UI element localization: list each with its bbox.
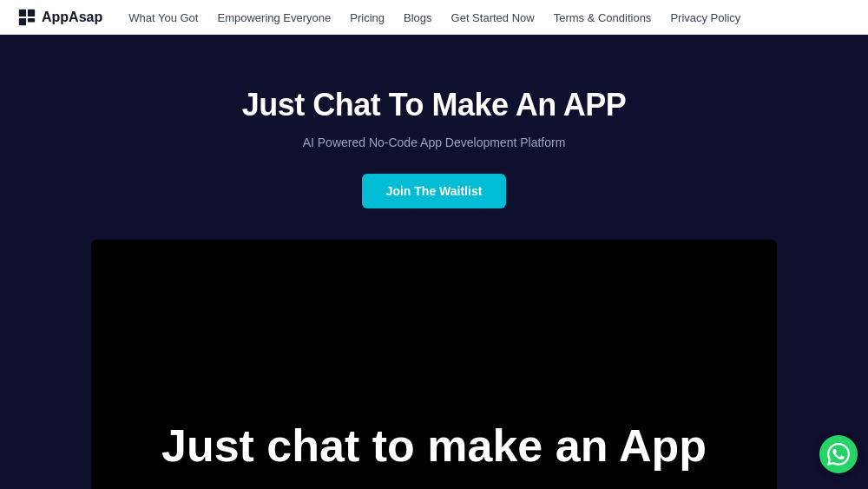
nav-links: What You Got Empowering Everyone Pricing… bbox=[128, 10, 740, 25]
svg-rect-2 bbox=[19, 17, 26, 24]
hero-section: Just Chat To Make An APP AI Powered No-C… bbox=[0, 35, 868, 489]
video-text: Just chat to make an App bbox=[161, 420, 707, 489]
nav-terms[interactable]: Terms & Conditions bbox=[554, 11, 652, 24]
navbar: AppAsap What You Got Empowering Everyone… bbox=[0, 0, 868, 35]
nav-what-you-got[interactable]: What You Got bbox=[128, 11, 198, 24]
hero-subtitle: AI Powered No-Code App Development Platf… bbox=[303, 135, 566, 149]
svg-rect-1 bbox=[28, 9, 35, 16]
hero-title: Just Chat To Make An APP bbox=[242, 87, 627, 123]
whatsapp-icon bbox=[827, 443, 850, 466]
join-waitlist-button[interactable]: Join The Waitlist bbox=[362, 174, 507, 208]
logo-link[interactable]: AppAsap bbox=[17, 8, 102, 27]
logo-icon bbox=[17, 8, 36, 27]
logo-text: AppAsap bbox=[42, 10, 102, 25]
nav-blogs[interactable]: Blogs bbox=[404, 11, 432, 24]
nav-get-started[interactable]: Get Started Now bbox=[451, 11, 535, 24]
hero-video[interactable]: Just chat to make an App bbox=[91, 240, 777, 489]
svg-rect-3 bbox=[28, 17, 35, 22]
nav-privacy[interactable]: Privacy Policy bbox=[670, 11, 740, 24]
svg-rect-0 bbox=[19, 9, 26, 16]
nav-pricing[interactable]: Pricing bbox=[350, 11, 385, 24]
nav-empowering[interactable]: Empowering Everyone bbox=[217, 11, 331, 24]
whatsapp-fab[interactable] bbox=[819, 435, 858, 473]
